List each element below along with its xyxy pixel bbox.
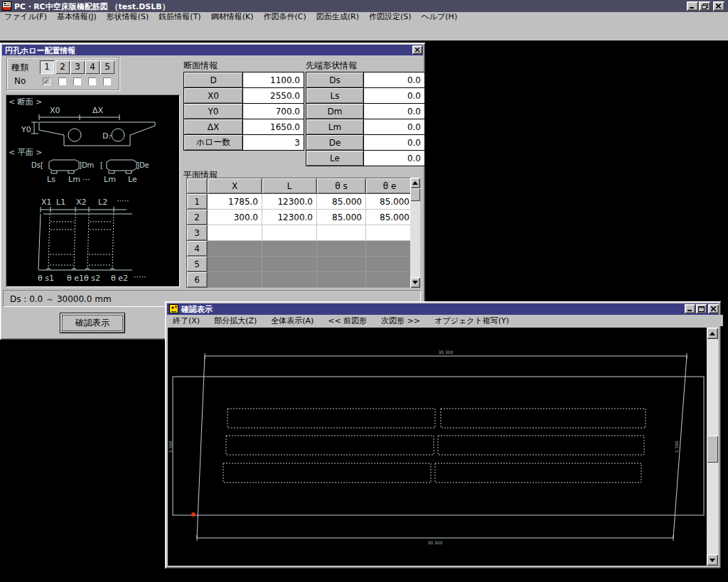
preview-panel: < 断面 > X0 ΔX Y0 D. < 平面 > Ds[ ]Dm [ ]De … [6,95,180,287]
ts2-label: θ s2 [84,274,100,283]
viewer-close-button[interactable] [708,304,719,313]
menu-shape-info[interactable]: 形状情報(S) [105,11,151,22]
menu-rebar-info[interactable]: 鉄筋情報(T) [157,11,202,22]
section-info-label: Y0 [184,104,243,119]
slab-rectangle [173,377,704,515]
menu-file[interactable]: ファイル(F) [3,11,48,22]
status-text: Ds : 0.0 ～ 30000.0 mm [10,293,112,306]
type-checkbox-1[interactable]: ✓ [43,77,50,85]
plan-cell-theta-s[interactable]: 85.000 [317,210,366,225]
plan-cell-x [208,241,262,257]
dim-left: 3 300 [168,441,173,453]
tip-info-value[interactable]: 0.0 [364,135,425,151]
tip-info-value[interactable]: 0.0 [364,88,425,104]
section-info-label: D [184,72,243,88]
plan-row-number: 2 [187,210,208,225]
plan-row-number: 6 [187,272,208,288]
viewer-menu-exit[interactable]: 終了(X) [171,316,201,326]
tip-info-value[interactable]: 0.0 [364,72,425,88]
dm-label: ]Dm [79,161,94,169]
type-checkbox-2[interactable] [58,77,66,85]
plan-cell-theta-e[interactable]: 85.000 [366,210,414,225]
type-button-4[interactable]: 4 [85,60,100,74]
hollow-outlines [223,409,646,483]
x1-label: X1 [41,198,52,207]
menu-steel-info[interactable]: 鋼材情報(K) [210,11,255,22]
scroll-up-button[interactable] [707,328,718,339]
tip-info-value[interactable]: 0.0 [364,104,425,119]
plan-col-corner [187,178,208,194]
dialog-close-button[interactable] [412,45,422,54]
menu-draw-settings[interactable]: 作図設定(S) [368,11,413,22]
menu-drawing-generate[interactable]: 図面生成(R) [315,11,360,22]
plan-cell-l[interactable]: 12300.0 [262,194,317,210]
x2-label: X2 [76,198,87,207]
viewer-scrollbar[interactable] [707,328,718,566]
viewer-menu-prev-figure[interactable]: << 前図形 [326,316,368,326]
type-checkbox-3[interactable] [73,77,81,85]
type-checkbox-4[interactable] [88,77,96,85]
plan-cell-theta-e[interactable]: 85.000 [366,194,414,210]
plan-cell-theta-s[interactable] [317,225,366,241]
viewer-menu-next-figure[interactable]: 次図形 >> [380,316,422,326]
scroll-down-button[interactable] [410,277,420,288]
l1-label: L1 [56,198,65,207]
plan-table-scrollbar[interactable] [410,178,420,288]
type-button-1[interactable]: 1 [40,60,54,74]
type-button-5-label: 5 [105,62,110,72]
viewer-menu-partial-zoom[interactable]: 部分拡大(Z) [213,316,258,326]
plan-cell-x[interactable] [208,225,262,241]
menu-basic-info[interactable]: 基本情報(J) [55,11,98,22]
viewer-maximize-button[interactable] [696,304,707,313]
plan-cell-theta-s[interactable]: 85.000 [317,194,366,210]
dim-bottom: 30 300 [428,540,443,545]
tip-info-value[interactable]: 0.0 [364,119,425,135]
section-info-value[interactable]: 3 [243,135,304,151]
te1-label: θ e1 [67,274,84,283]
viewer-menu-copy-object[interactable]: オブジェクト複写(Y) [433,316,510,326]
tip-info-value[interactable]: 0.0 [364,151,425,166]
scroll-up-button[interactable] [410,178,420,188]
plan-row-number: 5 [187,257,208,272]
menu-draw-conditions[interactable]: 作図条件(C) [262,11,307,22]
main-restore-button[interactable] [699,1,710,11]
viewer-minimize-button[interactable] [685,304,695,313]
bracket-label: [ [100,161,103,169]
scrollbar-thumb[interactable] [707,436,718,463]
origin-marker [191,512,196,517]
type-button-2[interactable]: 2 [55,60,70,74]
dots2-label: ····· [134,272,146,281]
plan-row-3: 3 [187,225,414,241]
plan-row-2: 2 300.0 12300.0 85.000 85.000 [187,210,414,225]
section-info-value[interactable]: 1650.0 [243,119,304,135]
dx-label: ΔX [92,106,104,115]
de-label: ]De [136,161,149,169]
close-icon [711,306,717,311]
maximize-icon [698,306,705,312]
plan-cell-l[interactable] [262,225,317,241]
confirm-display-button[interactable]: 確認表示 [60,313,125,333]
type-checkbox-5[interactable] [103,77,111,85]
type-button-5[interactable]: 5 [100,60,114,74]
ls-label: Ls [47,175,55,184]
x0-label: X0 [50,106,60,115]
main-close-button[interactable] [713,1,724,11]
plan-cell-x[interactable]: 300.0 [208,210,262,225]
plan-cell-theta-e[interactable] [366,225,414,241]
plan-cell-l [262,272,317,288]
main-minimize-button[interactable] [687,1,698,11]
scrollbar-thumb[interactable] [410,188,420,201]
type-button-3[interactable]: 3 [70,60,85,74]
viewer-menu-fit-view[interactable]: 全体表示(A) [269,316,315,326]
plan-col-l: L [262,178,317,194]
viewer-menubar: 終了(X) 部分拡大(Z) 全体表示(A) << 前図形 次図形 >> オブジェ… [167,315,723,326]
plan-cell-x[interactable]: 1785.0 [208,194,262,210]
plan-cell-l[interactable]: 12300.0 [262,210,317,225]
menu-help[interactable]: ヘルプ(H) [420,11,459,22]
section-info-value[interactable]: 2550.0 [243,88,304,104]
l2-label: L2 [98,198,107,207]
section-info-value[interactable]: 1100.0 [243,72,304,88]
scroll-down-button[interactable] [707,554,718,566]
plan-row-4: 4 [187,241,414,257]
section-info-value[interactable]: 700.0 [243,104,304,119]
